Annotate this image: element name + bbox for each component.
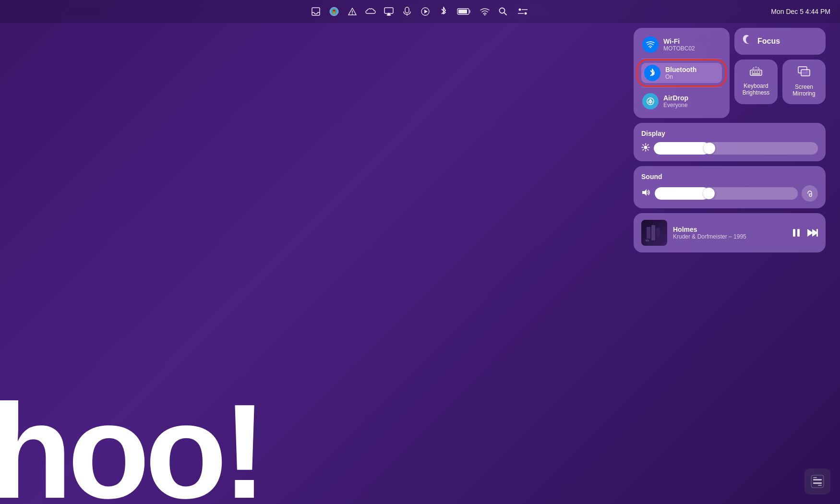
bluetooth-icon [644,65,660,81]
brightness-icon [641,143,650,154]
volume-thumb [703,188,715,199]
svg-rect-32 [752,73,760,74]
keyboard-brightness-label: Keyboard Brightness [739,83,773,96]
skip-forward-button[interactable] [806,228,818,238]
spotlight-search-icon[interactable] [498,6,508,17]
svg-rect-51 [651,225,655,240]
transloader-icon[interactable] [347,6,358,17]
svg-rect-59 [811,475,824,488]
display-title: Display [641,130,818,137]
svg-line-45 [643,144,644,145]
album-art: kb [641,220,667,246]
svg-rect-60 [813,479,822,480]
volume-icon [641,189,651,198]
track-artist: Kruder & Dorfmeister – 1995 [673,233,785,240]
focus-moon-icon [742,35,753,48]
svg-rect-27 [750,70,762,75]
svg-rect-63 [818,485,822,486]
cc-keyboard-brightness-card[interactable]: Keyboard Brightness [734,60,778,104]
media-play-icon[interactable] [420,6,431,17]
creative-cloud-icon[interactable] [365,6,376,17]
focus-label: Focus [757,37,780,46]
battery-icon[interactable] [456,6,472,17]
inbox-icon[interactable] [311,6,321,17]
svg-rect-14 [458,10,467,13]
svg-rect-55 [797,229,800,237]
svg-rect-31 [759,72,760,72]
cc-small-buttons-row: Keyboard Brightness Screen Mirroring [734,60,826,104]
cc-screen-mirroring-card[interactable]: Screen Mirroring [782,60,826,104]
svg-rect-39 [801,70,810,76]
svg-line-34 [754,68,754,69]
svg-point-18 [519,9,521,11]
airdrop-icon [642,93,659,109]
bottom-right-app-icon[interactable] [804,468,830,494]
svg-point-5 [352,13,353,14]
svg-point-2 [333,10,335,12]
airplay-display-icon[interactable] [384,6,394,17]
wifi-icon [642,36,659,53]
cc-focus-card[interactable]: Focus [734,28,826,55]
svg-point-40 [644,146,648,149]
sound-title: Sound [641,173,818,180]
track-info: Holmes Kruder & Dorfmeister – 1995 [673,226,785,240]
wifi-text: Wi-Fi MOTOBC02 [663,37,695,52]
podcast-icon[interactable] [402,6,412,17]
bluetooth-text: Bluetooth On [665,66,696,80]
brightness-slider[interactable] [654,142,818,155]
cc-sound-card: Sound [634,166,826,208]
divider1 [641,59,722,59]
cc-right-col: Focus [734,28,826,118]
control-center-panel: Wi-Fi MOTOBC02 Bluetooth On [634,28,826,252]
svg-line-36 [753,69,754,69]
svg-rect-28 [752,72,753,72]
svg-point-15 [484,14,486,16]
airdrop-item[interactable]: AirDrop Everyone [641,91,722,111]
brightness-thumb [704,143,715,154]
svg-rect-62 [813,477,817,478]
display-slider-row [641,142,818,155]
svg-rect-61 [813,482,822,484]
bluetooth-item[interactable]: Bluetooth On [641,63,722,83]
airpods-icon[interactable] [802,185,818,202]
svg-line-47 [648,144,648,145]
screen-mirroring-icon [798,66,810,80]
svg-point-21 [525,12,527,15]
divider2 [641,87,722,87]
svg-rect-52 [656,228,660,238]
svg-line-17 [504,12,506,15]
svg-line-48 [643,149,644,150]
airdrop-text: AirDrop Everyone [663,94,688,108]
menubar: Mon Dec 5 4:44 PM [0,0,840,23]
wifi-item[interactable]: Wi-Fi MOTOBC02 [641,35,722,55]
volume-slider[interactable] [655,187,798,200]
track-title: Holmes [673,226,785,233]
wifi-menubar-icon[interactable] [480,6,490,17]
maps-icon[interactable] [329,6,339,17]
volume-fill [655,187,709,200]
cc-nowplaying-card: kb Holmes Kruder & Dorfmeister – 1995 [634,213,826,252]
svg-rect-8 [405,7,409,13]
svg-marker-11 [424,10,428,13]
bluetooth-menubar-icon[interactable] [438,6,449,17]
svg-rect-50 [647,227,650,239]
svg-rect-29 [754,72,756,72]
playback-controls [791,228,818,238]
cc-top-row: Wi-Fi MOTOBC02 Bluetooth On [634,28,826,118]
album-art-inner: kb [641,220,667,246]
svg-text:kb: kb [646,239,649,242]
cc-network-card: Wi-Fi MOTOBC02 Bluetooth On [634,28,730,118]
cc-display-card: Display [634,123,826,161]
svg-line-35 [758,68,758,69]
menubar-time: Mon Dec 5 4:44 PM [771,8,830,15]
svg-point-24 [650,47,651,48]
svg-marker-49 [642,189,647,196]
brightness-fill [654,142,709,155]
control-center-toggle-icon[interactable] [516,6,529,17]
keyboard-brightness-icon [750,66,762,79]
sound-slider-row [641,185,818,202]
pause-button[interactable] [791,228,802,238]
menubar-system-icons [311,6,529,17]
desktop-text: hoo! [0,384,262,504]
screen-mirroring-label: Screen Mirroring [787,84,821,97]
